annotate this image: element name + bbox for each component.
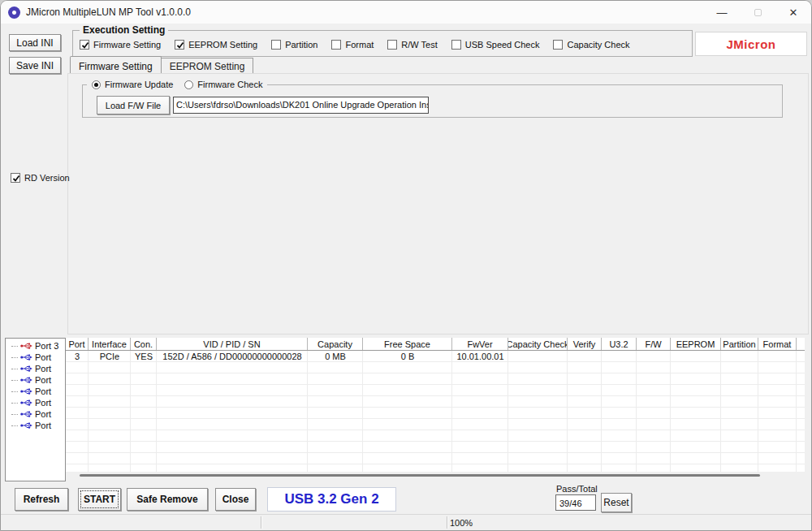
grid-column-line xyxy=(568,351,602,472)
column-header-partition[interactable]: Partition xyxy=(721,338,758,350)
exec-checkbox-r-w-test[interactable]: R/W Test xyxy=(387,40,437,50)
port-label: Port xyxy=(35,398,51,408)
checkbox-unchecked-icon xyxy=(271,40,281,50)
usb-speed-badge: USB 3.2 Gen 2 xyxy=(267,487,396,512)
table-cell: YES xyxy=(131,351,157,362)
usb-port-icon xyxy=(20,342,32,350)
exec-checkbox-capacity-check[interactable]: Capacity Check xyxy=(553,40,629,50)
table-header-row[interactable]: PortInterfaceCon.VID / PID / SNCapacityF… xyxy=(66,338,805,351)
tree-item-port[interactable]: Port xyxy=(8,363,65,374)
checkbox-label: Capacity Check xyxy=(567,40,629,50)
maximize-icon xyxy=(754,9,762,16)
port-label: Port xyxy=(35,375,51,385)
tab-eeprom-setting[interactable]: EEPROM Setting xyxy=(162,58,254,73)
tab-firmware-setting[interactable]: Firmware Setting xyxy=(70,56,162,73)
column-header-free-space[interactable]: Free Space xyxy=(363,338,452,350)
firmware-check-radio[interactable]: Firmware Check xyxy=(184,80,262,89)
firmware-file-path-input[interactable]: C:\Users\fdrso\Downloads\DK201 Online Up… xyxy=(173,97,429,114)
close-button[interactable]: ✕ xyxy=(775,1,811,24)
radio-unselected-icon xyxy=(184,80,193,89)
port-label: Port 3 xyxy=(35,341,58,351)
radio-selected-icon xyxy=(92,80,101,89)
exec-checkbox-format[interactable]: Format xyxy=(331,40,374,50)
firmware-update-radio[interactable]: Firmware Update xyxy=(92,80,173,89)
status-bar: 100% xyxy=(1,514,811,530)
table-cell xyxy=(508,351,568,362)
column-header-format[interactable]: Format xyxy=(758,338,797,350)
column-header-vid-pid-sn[interactable]: VID / PID / SN xyxy=(157,338,308,350)
tree-item-port[interactable]: Port xyxy=(8,408,65,420)
tree-item-port[interactable]: Port xyxy=(8,420,65,431)
tree-connector xyxy=(11,403,18,404)
tab-strip: Firmware SettingEEPROM Setting xyxy=(70,58,253,73)
column-header-fwver[interactable]: FwVer xyxy=(452,338,508,350)
table-cell: 3 xyxy=(66,351,89,362)
minimize-button[interactable]: — xyxy=(704,1,740,24)
pass-total-input[interactable]: 39/46 xyxy=(555,494,596,511)
exec-checkbox-eeprom-setting[interactable]: EEPROM Setting xyxy=(175,40,257,50)
column-header-eeprom[interactable]: EEPROM xyxy=(671,338,721,350)
column-header-u3-2[interactable]: U3.2 xyxy=(602,338,637,350)
progress-percentage: 100% xyxy=(450,518,473,528)
table-cell xyxy=(671,351,721,362)
load-fw-file-button[interactable]: Load F/W File xyxy=(97,96,170,114)
checkbox-unchecked-icon xyxy=(451,40,461,50)
grid-column-line xyxy=(131,351,157,472)
grid-column-line xyxy=(758,351,797,472)
column-header-interface[interactable]: Interface xyxy=(89,338,131,350)
column-header-verify[interactable]: Verify xyxy=(568,338,602,350)
pass-total-label: Pass/Total xyxy=(556,484,598,494)
exec-checkbox-usb-speed-check[interactable]: USB Speed Check xyxy=(451,40,540,50)
rd-version-label: RD Version xyxy=(24,173,70,183)
title-bar[interactable]: JMicron MultipleLUN MP Tool v1.0.0.0 — ✕ xyxy=(1,1,811,24)
start-button[interactable]: START xyxy=(78,488,121,511)
jmicron-logo: JMicron xyxy=(726,37,775,51)
tree-item-port[interactable]: Port xyxy=(8,386,65,397)
tree-item-port[interactable]: Port xyxy=(8,397,65,408)
tree-item-port-3[interactable]: Port 3 xyxy=(8,340,65,352)
grid-column-line xyxy=(363,351,452,472)
port-label: Port xyxy=(35,386,51,396)
horizontal-scrollbar[interactable] xyxy=(80,474,760,477)
tree-item-port[interactable]: Port xyxy=(8,352,65,363)
table-body[interactable]: 3PCIeYES152D / A586 / DD000000000000280 … xyxy=(66,351,805,472)
usb-port-icon xyxy=(20,410,32,418)
table-cell xyxy=(568,351,602,362)
window-title: JMicron MultipleLUN MP Tool v1.0.0.0 xyxy=(26,6,191,18)
checkbox-label: USB Speed Check xyxy=(465,40,540,50)
usb-port-icon xyxy=(20,353,32,361)
table-cell: 152D / A586 / DD00000000000028 xyxy=(157,351,308,362)
table-cell xyxy=(721,351,758,362)
tree-connector xyxy=(11,391,18,392)
column-header-port[interactable]: Port xyxy=(66,338,89,350)
tree-connector xyxy=(11,414,18,415)
column-header-capacity-check[interactable]: Capacity Check xyxy=(508,338,568,350)
device-table[interactable]: PortInterfaceCon.VID / PID / SNCapacityF… xyxy=(66,338,805,472)
tree-connector xyxy=(11,357,18,358)
tree-connector xyxy=(11,380,18,381)
checkbox-label: Firmware Setting xyxy=(93,40,161,50)
port-tree[interactable]: Port 3PortPortPortPortPortPortPort xyxy=(5,338,66,481)
port-label: Port xyxy=(35,409,51,419)
column-header-con-[interactable]: Con. xyxy=(131,338,157,350)
table-cell: 0 MB xyxy=(308,351,363,362)
checkbox-unchecked-icon xyxy=(387,40,397,50)
tree-connector xyxy=(11,425,18,426)
usb-port-icon xyxy=(20,387,32,395)
column-header-f-w[interactable]: F/W xyxy=(637,338,671,350)
close-app-button[interactable]: Close xyxy=(215,488,256,511)
checkbox-label: R/W Test xyxy=(401,40,437,50)
checkmark-icon xyxy=(12,175,20,183)
checkbox-checked-icon xyxy=(80,40,89,50)
load-ini-button[interactable]: Load INI xyxy=(9,34,61,51)
reset-button[interactable]: Reset xyxy=(601,493,632,512)
refresh-button[interactable]: Refresh xyxy=(15,488,68,511)
column-header-capacity[interactable]: Capacity xyxy=(308,338,363,350)
exec-checkbox-partition[interactable]: Partition xyxy=(271,40,317,50)
rd-version-checkbox[interactable]: RD Version xyxy=(11,173,70,183)
table-row[interactable]: 3PCIeYES152D / A586 / DD000000000000280 … xyxy=(66,351,797,362)
save-ini-button[interactable]: Save INI xyxy=(9,57,61,74)
tree-item-port[interactable]: Port xyxy=(8,374,65,386)
safe-remove-button[interactable]: Safe Remove xyxy=(127,488,208,511)
exec-checkbox-firmware-setting[interactable]: Firmware Setting xyxy=(80,40,161,50)
